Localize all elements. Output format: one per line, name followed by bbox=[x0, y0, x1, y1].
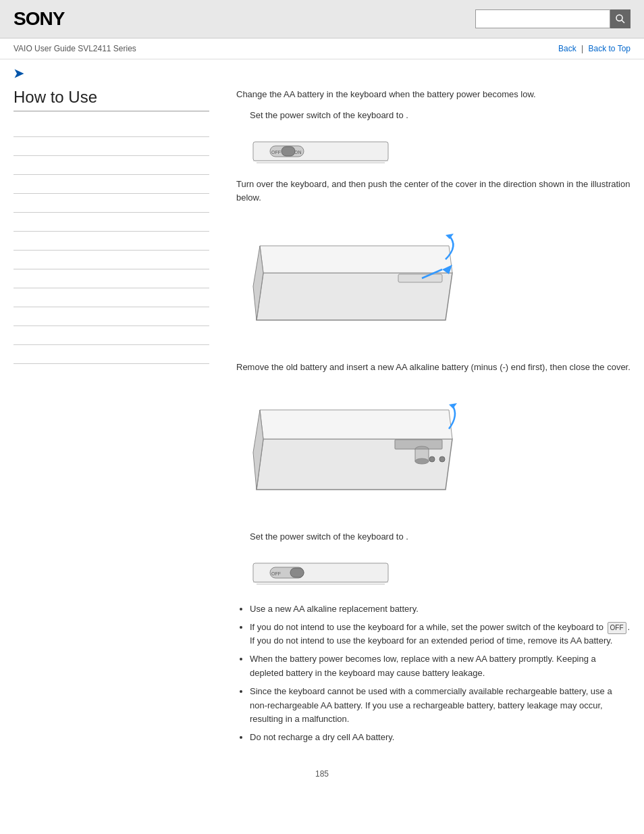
svg-marker-17 bbox=[260, 410, 452, 439]
sidebar-link[interactable] bbox=[14, 292, 209, 302]
list-item[interactable] bbox=[14, 194, 209, 213]
list-item[interactable] bbox=[14, 307, 209, 326]
list-item[interactable] bbox=[14, 269, 209, 288]
list-item[interactable] bbox=[14, 232, 209, 251]
list-item[interactable] bbox=[14, 326, 209, 345]
step2-text: Turn over the keyboard, and then push th… bbox=[236, 178, 630, 206]
sidebar-link[interactable] bbox=[14, 217, 209, 226]
nav-separator: | bbox=[581, 44, 583, 53]
svg-point-0 bbox=[616, 15, 622, 21]
list-item: When the battery power becomes low, repl… bbox=[250, 652, 630, 681]
switch-illustration-1: OFF ON bbox=[250, 128, 630, 167]
sidebar-links bbox=[14, 118, 209, 364]
switch-svg-1: OFF ON bbox=[250, 128, 398, 165]
list-item[interactable] bbox=[14, 156, 209, 175]
notes-list: Use a new AA alkaline replacement batter… bbox=[250, 602, 630, 745]
switch-svg-2: OFF ON bbox=[250, 550, 398, 587]
step4-text: Set the power switch of the keyboard to … bbox=[250, 530, 630, 544]
sidebar-link[interactable] bbox=[14, 160, 209, 170]
svg-rect-30 bbox=[290, 568, 304, 577]
sidebar-link[interactable] bbox=[14, 141, 209, 151]
sidebar-link[interactable] bbox=[14, 179, 209, 188]
list-item: Since the keyboard cannot be used with a… bbox=[250, 685, 630, 727]
svg-point-22 bbox=[415, 459, 429, 464]
sidebar: How to Use bbox=[14, 88, 223, 749]
svg-marker-23 bbox=[449, 403, 457, 409]
nav-links: Back | Back to Top bbox=[558, 44, 630, 53]
step3-text: Remove the old battery and insert a new … bbox=[236, 361, 630, 375]
flip-svg bbox=[236, 212, 466, 347]
svg-text:OFF: OFF bbox=[271, 150, 281, 155]
sidebar-link[interactable] bbox=[14, 349, 209, 359]
battery-svg bbox=[236, 382, 466, 517]
list-item[interactable] bbox=[14, 213, 209, 232]
sidebar-link[interactable] bbox=[14, 236, 209, 245]
list-item[interactable] bbox=[14, 137, 209, 156]
list-item[interactable] bbox=[14, 251, 209, 269]
svg-rect-6 bbox=[281, 147, 295, 156]
sidebar-title: How to Use bbox=[14, 88, 209, 111]
list-item: Do not recharge a dry cell AA battery. bbox=[250, 731, 630, 745]
svg-rect-12 bbox=[398, 274, 442, 282]
search-icon bbox=[615, 14, 626, 24]
search-button[interactable] bbox=[610, 9, 630, 28]
intro-text: Change the AA battery in the keyboard wh… bbox=[236, 88, 630, 102]
back-to-top-link[interactable]: Back to Top bbox=[589, 44, 630, 53]
svg-point-25 bbox=[439, 457, 445, 462]
svg-line-1 bbox=[622, 20, 624, 23]
step1-text: Set the power switch of the keyboard to … bbox=[250, 109, 630, 123]
search-input[interactable] bbox=[475, 9, 610, 28]
battery-insert-illustration bbox=[236, 382, 630, 517]
main-layout: How to Use Change the AA battery in the … bbox=[0, 81, 644, 756]
sidebar-link[interactable] bbox=[14, 255, 209, 264]
breadcrumb-arrow: ➤ bbox=[0, 59, 644, 81]
list-item[interactable] bbox=[14, 175, 209, 194]
sidebar-link[interactable] bbox=[14, 122, 209, 132]
list-item: Use a new AA alkaline replacement batter… bbox=[250, 602, 630, 617]
svg-marker-10 bbox=[260, 246, 452, 273]
keyboard-flip-illustration bbox=[236, 212, 630, 347]
switch-illustration-2: OFF ON bbox=[250, 550, 630, 589]
svg-text:ON: ON bbox=[294, 150, 302, 155]
sidebar-link[interactable] bbox=[14, 198, 209, 207]
svg-point-24 bbox=[429, 457, 435, 462]
sidebar-link[interactable] bbox=[14, 273, 209, 283]
nav-bar: VAIO User Guide SVL2411 Series Back | Ba… bbox=[0, 38, 644, 59]
header: SONY bbox=[0, 0, 644, 38]
list-item[interactable] bbox=[14, 118, 209, 137]
sony-logo: SONY bbox=[14, 8, 64, 30]
svg-text:OFF: OFF bbox=[271, 571, 281, 576]
back-link[interactable]: Back bbox=[558, 44, 576, 53]
guide-title: VAIO User Guide SVL2411 Series bbox=[14, 44, 136, 53]
sidebar-link[interactable] bbox=[14, 330, 209, 340]
list-item[interactable] bbox=[14, 288, 209, 307]
list-item[interactable] bbox=[14, 345, 209, 364]
svg-marker-15 bbox=[446, 234, 454, 239]
list-item: If you do not intend to use the keyboard… bbox=[250, 621, 630, 649]
search-area bbox=[475, 9, 630, 28]
sidebar-link[interactable] bbox=[14, 311, 209, 321]
content-area: Change the AA battery in the keyboard wh… bbox=[223, 88, 630, 749]
page-number: 185 bbox=[0, 769, 644, 792]
